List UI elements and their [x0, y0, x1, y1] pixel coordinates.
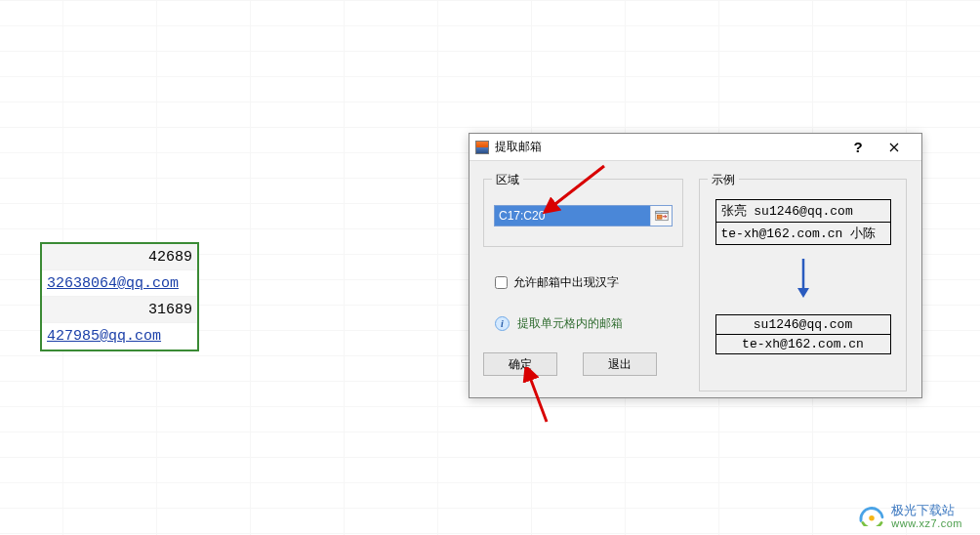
checkbox-allow-hanzi[interactable]: 允许邮箱中出现汉字: [495, 274, 619, 291]
example-output-table: su1246@qq.com te-xh@162.com.cn: [715, 314, 891, 354]
range-ref-button[interactable]: [650, 206, 672, 226]
range-input[interactable]: [495, 206, 650, 226]
titlebar[interactable]: 提取邮箱 ?: [470, 134, 921, 161]
watermark-site: www.xz7.com: [891, 517, 962, 529]
cell-c20[interactable]: 427985@qq.com: [42, 323, 197, 350]
exit-button[interactable]: 退出: [583, 352, 657, 376]
example-out-1: te-xh@162.com.cn: [715, 335, 890, 354]
range-input-wrap: [494, 205, 673, 226]
watermark-logo-icon: [858, 505, 885, 526]
example-in-1: te-xh@162.com.cn 小陈: [715, 223, 890, 245]
example-arrow: [700, 257, 906, 303]
svg-rect-1: [655, 211, 667, 213]
extract-email-dialog: 提取邮箱 ? 区域 允许邮箱中出现汉字: [469, 133, 922, 398]
hint-row: i 提取单元格内的邮箱: [495, 315, 623, 332]
button-row: 确定 退出: [483, 352, 657, 376]
help-button[interactable]: ?: [843, 134, 873, 161]
svg-rect-2: [657, 215, 662, 219]
info-icon: i: [495, 316, 510, 331]
cell-c18[interactable]: 32638064@qq.com: [42, 270, 197, 297]
group-example-label: 示例: [708, 172, 739, 188]
checkbox-input[interactable]: [495, 276, 508, 289]
cell-c17[interactable]: 42689: [42, 244, 197, 270]
example-in-0: 张亮 su1246@qq.com: [715, 200, 890, 223]
ok-button[interactable]: 确定: [483, 352, 557, 376]
example-input-table: 张亮 su1246@qq.com te-xh@162.com.cn 小陈: [715, 199, 891, 245]
group-example: 示例 张亮 su1246@qq.com te-xh@162.com.cn 小陈 …: [699, 179, 907, 391]
watermark-brand: 极光下载站: [891, 503, 955, 517]
hint-text: 提取单元格内的邮箱: [517, 315, 623, 332]
cell-c19[interactable]: 31689: [42, 297, 197, 323]
svg-point-3: [870, 515, 876, 521]
app-icon: [475, 141, 489, 154]
range-ref-icon: [655, 210, 669, 222]
example-out-0: su1246@qq.com: [715, 315, 890, 335]
group-region: 区域: [483, 179, 683, 247]
checkbox-label: 允许邮箱中出现汉字: [513, 274, 619, 291]
close-icon: [889, 143, 899, 152]
arrow-down-icon: [796, 257, 811, 300]
selected-range: 42689 32638064@qq.com 31689 427985@qq.co…: [40, 242, 199, 351]
dialog-title: 提取邮箱: [495, 139, 843, 155]
close-button[interactable]: [873, 134, 916, 161]
group-region-label: 区域: [492, 172, 523, 188]
watermark: 极光下载站 www.xz7.com: [858, 502, 962, 529]
